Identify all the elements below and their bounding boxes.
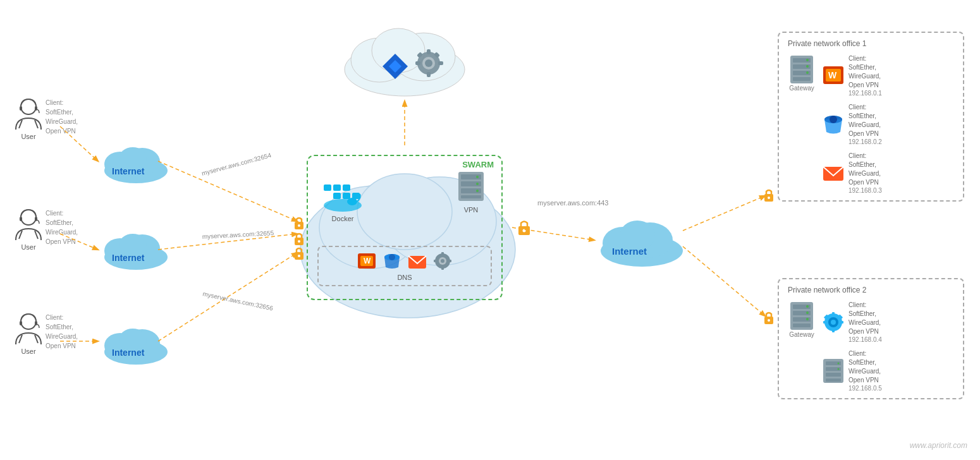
svg-point-131 <box>831 320 836 325</box>
svg-line-8 <box>683 196 765 231</box>
aws-cloud-svg <box>335 9 474 98</box>
user1-client-info: Client:SoftEther,WireGuard,Open VPN <box>46 98 78 136</box>
svg-rect-133 <box>832 328 835 332</box>
svg-point-76 <box>21 210 36 225</box>
svg-rect-110 <box>793 77 811 81</box>
user2-client-info: Client:SoftEther,WireGuard,Open VPN <box>46 209 78 246</box>
office2-title: Private network office 2 <box>788 286 954 294</box>
svg-point-43 <box>476 183 479 185</box>
svg-point-60 <box>298 224 300 227</box>
dns-box: W <box>317 246 492 286</box>
office365-icon: W <box>357 251 377 271</box>
svg-point-68 <box>768 197 770 199</box>
svg-point-128 <box>806 318 809 320</box>
docker-icon <box>321 175 365 213</box>
user1-icon <box>13 98 44 133</box>
svg-rect-135 <box>839 321 843 324</box>
svg-point-66 <box>523 229 526 233</box>
svg-rect-55 <box>441 252 444 256</box>
dns-label: DNS <box>324 274 486 281</box>
svg-line-9 <box>683 246 765 316</box>
svg-point-18 <box>425 59 432 67</box>
svg-rect-33 <box>343 193 350 199</box>
svg-point-111 <box>806 59 809 61</box>
svg-point-144 <box>838 368 840 370</box>
svg-rect-74 <box>20 106 22 111</box>
svg-rect-79 <box>20 217 22 221</box>
gear-icon-2 <box>822 311 845 334</box>
svg-rect-141 <box>826 373 841 377</box>
connection-label-1: myserver.aws.com:32654 <box>201 152 273 177</box>
internet-cloud-2: Internet <box>98 224 174 274</box>
aws-cloud <box>335 9 474 98</box>
svg-rect-56 <box>441 266 444 270</box>
svg-rect-75 <box>35 106 37 111</box>
svg-line-3 <box>158 161 297 221</box>
svg-rect-80 <box>35 217 37 221</box>
user3-icon <box>13 313 44 348</box>
private-network-office1: Private network office 1 Gateway <box>778 32 964 202</box>
svg-rect-22 <box>438 61 443 65</box>
svg-point-126 <box>806 305 809 308</box>
svg-rect-19 <box>427 49 431 54</box>
lock-icon-left3 <box>292 245 306 263</box>
private-network-office2: Private network office 2 Gateway <box>778 278 964 399</box>
svg-rect-20 <box>427 72 431 77</box>
svg-text:W: W <box>364 257 371 265</box>
watermark: www.apriorit.com <box>910 441 967 450</box>
svg-point-112 <box>806 65 809 68</box>
svg-rect-58 <box>448 260 451 262</box>
main-server-cloud: SWARM Docker <box>288 123 528 325</box>
gateway2-label: Gateway <box>789 331 814 338</box>
svg-rect-41 <box>461 195 481 198</box>
bucket-icon <box>382 251 402 271</box>
svg-point-70 <box>768 319 770 322</box>
svg-point-54 <box>441 259 444 263</box>
svg-line-4 <box>158 234 297 250</box>
gateway1-label: Gateway <box>789 85 814 92</box>
svg-line-5 <box>158 253 297 341</box>
user3-node: User Client:SoftEther,WireGuard,Open VPN <box>13 313 44 355</box>
ip-192-168-0-3: 192.168.0.3 <box>848 187 882 194</box>
swarm-label: SWARM <box>462 160 494 169</box>
svg-point-127 <box>806 312 809 314</box>
user2-node: User Client:SoftEther,WireGuard,Open VPN <box>13 209 44 251</box>
user1-node: User Client:SoftEther,WireGuard,Open VPN <box>13 98 44 140</box>
connection-label-3: myserver.aws.com:32656 <box>202 290 274 312</box>
office1-title: Private network office 1 <box>788 39 954 48</box>
svg-rect-29 <box>324 185 331 191</box>
vpn-area: VPN <box>453 169 489 214</box>
vpn-server-icon <box>453 169 489 204</box>
bucket-icon-1 <box>822 113 845 136</box>
docker-area: Docker <box>321 175 365 222</box>
svg-point-81 <box>21 314 36 329</box>
user3-label: User <box>21 348 35 355</box>
svg-text:Internet: Internet <box>112 166 145 176</box>
user3-client-info: Client:SoftEther,WireGuard,Open VPN <box>46 313 78 351</box>
ip-192-168-0-1: 192.168.0.1 <box>848 90 882 97</box>
svg-point-42 <box>476 176 479 178</box>
connection-label-2: myserver.aws.com:32655 <box>202 229 274 240</box>
svg-rect-132 <box>832 312 835 317</box>
gateway1-server-icon <box>788 54 816 85</box>
svg-text:Internet: Internet <box>612 246 647 257</box>
svg-rect-84 <box>20 321 22 325</box>
svg-text:Internet: Internet <box>112 253 145 263</box>
ip-192-168-0-5: 192.168.0.5 <box>848 385 882 392</box>
ip-192-168-0-4: 192.168.0.4 <box>848 336 882 343</box>
svg-point-113 <box>806 71 809 74</box>
svg-rect-85 <box>35 321 37 325</box>
email-icon-1 <box>822 162 845 185</box>
user1-label: User <box>21 133 35 140</box>
svg-rect-134 <box>823 321 828 324</box>
diagram-container: myserver.aws.com:32654 myserver.aws.com:… <box>0 0 980 460</box>
swarm-box: SWARM Docker <box>307 155 503 300</box>
internet-cloud-1: Internet <box>98 138 174 187</box>
server-icon-2 <box>822 358 845 384</box>
svg-point-62 <box>298 240 300 243</box>
svg-text:Internet: Internet <box>112 348 145 358</box>
svg-point-64 <box>298 255 300 257</box>
svg-rect-57 <box>434 260 438 262</box>
user2-label: User <box>21 243 35 251</box>
svg-rect-30 <box>333 185 341 191</box>
